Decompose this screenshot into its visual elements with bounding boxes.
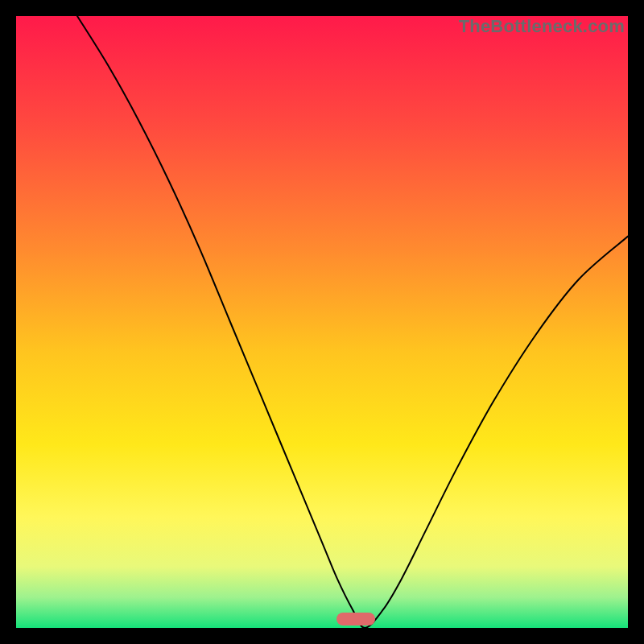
chart-frame: TheBottleneck.com <box>0 0 644 644</box>
bottleneck-marker <box>336 613 375 625</box>
plot-area: TheBottleneck.com <box>16 16 628 628</box>
bottleneck-curve <box>16 16 628 628</box>
watermark-text: TheBottleneck.com <box>459 16 625 37</box>
